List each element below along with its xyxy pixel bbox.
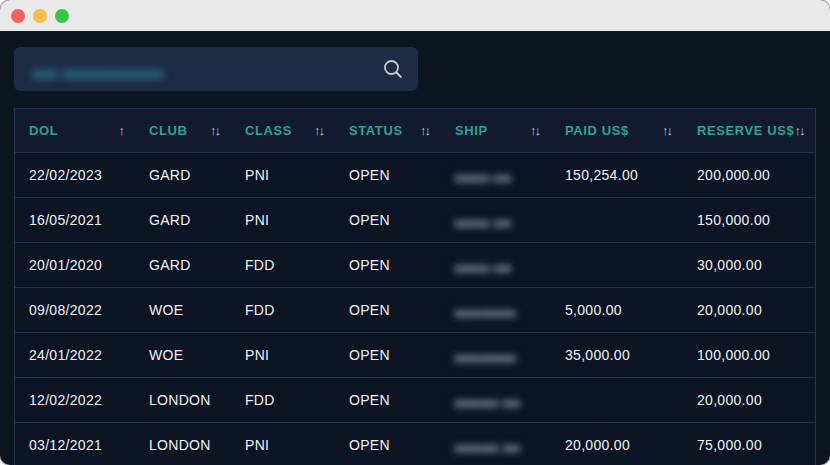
cell-class: PNI	[231, 198, 335, 242]
cell-club: GARD	[135, 198, 231, 242]
cell-club: LONDON	[135, 378, 231, 422]
cell-paid: 150,254.00	[551, 153, 683, 197]
cell-dol: 16/05/2021	[15, 198, 135, 242]
table-row[interactable]: 22/02/2023GARDPNIOPEN▄▄▄▄ ▄▄150,254.0020…	[15, 153, 815, 198]
cell-status: OPEN	[335, 378, 441, 422]
ship-name-masked: ▄▄▄▄ ▄▄	[455, 169, 512, 181]
cell-dol: 20/01/2020	[15, 243, 135, 287]
cell-reserve: 20,000.00	[683, 378, 815, 422]
column-label: PAID US$	[565, 123, 629, 138]
cell-paid	[551, 243, 683, 287]
cell-class: PNI	[231, 423, 335, 465]
sort-both-icon[interactable]: ↑↓	[662, 123, 673, 138]
cell-reserve: 150,000.00	[683, 198, 815, 242]
ship-name-masked: ▄▄▄▄▄ ▄▄	[455, 394, 521, 406]
table-row[interactable]: 09/08/2022WOEFDDOPEN▄▄▄▄▄▄▄5,000.0020,00…	[15, 288, 815, 333]
cell-class: PNI	[231, 333, 335, 377]
cell-class: PNI	[231, 153, 335, 197]
ship-name-masked: ▄▄▄▄▄▄▄	[455, 304, 517, 316]
column-label: RESERVE US$	[697, 123, 794, 138]
sort-both-icon[interactable]: ↑↓	[794, 123, 805, 138]
cell-paid: 5,000.00	[551, 288, 683, 332]
table-row[interactable]: 20/01/2020GARDFDDOPEN▄▄▄▄ ▄▄30,000.00	[15, 243, 815, 288]
cell-paid	[551, 378, 683, 422]
cell-ship: ▄▄▄▄▄▄▄	[441, 333, 551, 377]
cell-dol: 12/02/2022	[15, 378, 135, 422]
cell-paid: 20,000.00	[551, 423, 683, 465]
table-row[interactable]: 24/01/2022WOEPNIOPEN▄▄▄▄▄▄▄35,000.00100,…	[15, 333, 815, 378]
sort-asc-icon[interactable]: ↑	[119, 123, 126, 138]
cell-reserve: 75,000.00	[683, 423, 815, 465]
cell-ship: ▄▄▄▄ ▄▄	[441, 198, 551, 242]
column-header-paid[interactable]: PAID US$↑↓	[551, 109, 683, 152]
sort-both-icon[interactable]: ↑↓	[420, 123, 431, 138]
cell-dol: 03/12/2021	[15, 423, 135, 465]
ship-name-masked: ▄▄▄▄▄ ▄▄	[455, 439, 521, 451]
cell-class: FDD	[231, 288, 335, 332]
search-query-masked: ▃▃ ▃▃▃▃▃▃▃▃	[33, 60, 164, 78]
search-icon[interactable]	[382, 58, 404, 80]
sort-both-icon[interactable]: ↑↓	[530, 123, 541, 138]
cell-dol: 09/08/2022	[15, 288, 135, 332]
titlebar	[0, 0, 830, 31]
cell-club: GARD	[135, 243, 231, 287]
search-input[interactable]: ▃▃ ▃▃▃▃▃▃▃▃	[14, 47, 418, 91]
cell-paid	[551, 198, 683, 242]
cell-club: LONDON	[135, 423, 231, 465]
cell-paid: 35,000.00	[551, 333, 683, 377]
cell-class: FDD	[231, 243, 335, 287]
cell-club: WOE	[135, 288, 231, 332]
column-label: CLASS	[245, 123, 292, 138]
table-row[interactable]: 16/05/2021GARDPNIOPEN▄▄▄▄ ▄▄150,000.00	[15, 198, 815, 243]
minimize-button[interactable]	[33, 9, 47, 23]
zoom-button[interactable]	[55, 9, 69, 23]
column-label: SHIP	[455, 123, 488, 138]
cell-status: OPEN	[335, 243, 441, 287]
column-header-dol[interactable]: DOL↑	[15, 109, 135, 152]
cell-dol: 24/01/2022	[15, 333, 135, 377]
ship-name-masked: ▄▄▄▄ ▄▄	[455, 259, 512, 271]
cell-reserve: 200,000.00	[683, 153, 815, 197]
cell-status: OPEN	[335, 153, 441, 197]
sort-both-icon[interactable]: ↑↓	[210, 123, 221, 138]
cell-ship: ▄▄▄▄ ▄▄	[441, 153, 551, 197]
cell-status: OPEN	[335, 333, 441, 377]
column-label: STATUS	[349, 123, 403, 138]
cell-ship: ▄▄▄▄ ▄▄	[441, 243, 551, 287]
cell-club: WOE	[135, 333, 231, 377]
cell-reserve: 20,000.00	[683, 288, 815, 332]
column-header-class[interactable]: CLASS↑↓	[231, 109, 335, 152]
table-body: 22/02/2023GARDPNIOPEN▄▄▄▄ ▄▄150,254.0020…	[15, 153, 815, 465]
claims-table: DOL↑CLUB↑↓CLASS↑↓STATUS↑↓SHIP↑↓PAID US$↑…	[14, 108, 816, 465]
cell-status: OPEN	[335, 288, 441, 332]
column-label: CLUB	[149, 123, 188, 138]
cell-dol: 22/02/2023	[15, 153, 135, 197]
cell-ship: ▄▄▄▄▄▄▄	[441, 288, 551, 332]
table-row[interactable]: 12/02/2022LONDONFDDOPEN▄▄▄▄▄ ▄▄20,000.00	[15, 378, 815, 423]
cell-reserve: 30,000.00	[683, 243, 815, 287]
cell-class: FDD	[231, 378, 335, 422]
ship-name-masked: ▄▄▄▄▄▄▄	[455, 349, 517, 361]
cell-ship: ▄▄▄▄▄ ▄▄	[441, 423, 551, 465]
table-header-row: DOL↑CLUB↑↓CLASS↑↓STATUS↑↓SHIP↑↓PAID US$↑…	[15, 109, 815, 153]
sort-both-icon[interactable]: ↑↓	[314, 123, 325, 138]
column-label: DOL	[29, 123, 58, 138]
ship-name-masked: ▄▄▄▄ ▄▄	[455, 214, 512, 226]
column-header-ship[interactable]: SHIP↑↓	[441, 109, 551, 152]
column-header-status[interactable]: STATUS↑↓	[335, 109, 441, 152]
close-button[interactable]	[11, 9, 25, 23]
cell-club: GARD	[135, 153, 231, 197]
column-header-reserve[interactable]: RESERVE US$↑↓	[683, 109, 815, 152]
main-content: ▃▃ ▃▃▃▃▃▃▃▃ DOL↑CLUB↑↓CLASS↑↓STATUS↑↓SHI…	[0, 31, 830, 465]
cell-reserve: 100,000.00	[683, 333, 815, 377]
column-header-club[interactable]: CLUB↑↓	[135, 109, 231, 152]
cell-ship: ▄▄▄▄▄ ▄▄	[441, 378, 551, 422]
cell-status: OPEN	[335, 423, 441, 465]
cell-status: OPEN	[335, 198, 441, 242]
table-row[interactable]: 03/12/2021LONDONPNIOPEN▄▄▄▄▄ ▄▄20,000.00…	[15, 423, 815, 465]
app-window: ▃▃ ▃▃▃▃▃▃▃▃ DOL↑CLUB↑↓CLASS↑↓STATUS↑↓SHI…	[0, 0, 830, 465]
